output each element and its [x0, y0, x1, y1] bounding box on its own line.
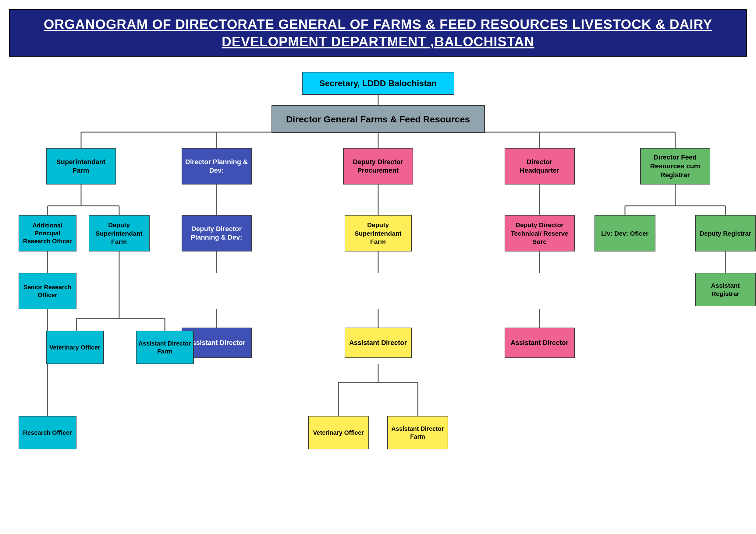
node-senior-research-officer: Senior Research Officer: [18, 273, 76, 309]
node-director-feed: Director Feed Resources cum Registrar: [640, 148, 710, 185]
node-director-headquarter: Director Headquarter: [505, 148, 575, 185]
node-secretary: Secretary, LDDD Balochistan: [302, 72, 454, 95]
node-assistant-director-proc: Assistant Director: [345, 328, 412, 358]
node-assistant-director-farm1: Assistant Director Farm: [136, 331, 194, 364]
node-veterinary-officer2: Veterinary Officer: [308, 416, 369, 449]
node-additional-principal: Additional Principal Research Officer: [18, 215, 76, 251]
org-chart: Secretary, LDDD Balochistan Director Gen…: [15, 66, 741, 522]
node-deputy-director-procurement: Deputy Director Procurement: [343, 148, 413, 185]
node-deputy-director-technical: Deputy Director Technical/ Reserve Sore: [505, 215, 575, 251]
node-dg: Director General Farms & Feed Resources: [272, 105, 485, 133]
node-liv-dev-officer: Liv: Dev: Oficer: [595, 215, 656, 251]
node-assistant-registrar: Assistant Registrar: [695, 273, 756, 306]
page-wrapper: ORGANOGRAM OF DIRECTORATE GENERAL OF FAR…: [9, 9, 747, 522]
node-superintendent-farm: Superintendant Farm: [46, 148, 116, 185]
node-veterinary-officer1: Veterinary Officer: [46, 331, 104, 364]
node-director-planning: Director Planning & Dev:: [182, 148, 252, 185]
node-research-officer: Research Officer: [18, 416, 76, 449]
node-deputy-registrar: Deputy Registrar: [695, 215, 756, 251]
node-deputy-superintendent-farm2: Deputy Superintendant Farm: [345, 215, 412, 251]
node-deputy-superintendent: Deputy Superintendant Farm: [89, 215, 149, 251]
page-title-box: ORGANOGRAM OF DIRECTORATE GENERAL OF FAR…: [9, 9, 747, 57]
node-deputy-director-planning: Deputy Director Planning & Dev:: [182, 215, 252, 251]
node-assistant-director-farm2: Assistant Director Farm: [387, 416, 448, 449]
page-title: ORGANOGRAM OF DIRECTORATE GENERAL OF FAR…: [19, 15, 737, 50]
node-assistant-director-hq: Assistant Director: [505, 328, 575, 358]
connector-lines: [15, 66, 741, 522]
